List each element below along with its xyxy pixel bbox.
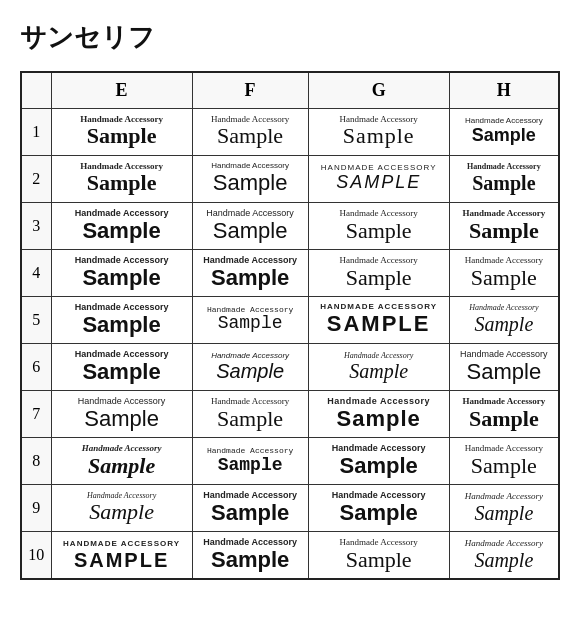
row-num: 4 — [21, 249, 51, 296]
cell-sample: SAMPLE — [74, 549, 169, 571]
cell-e4: Handmade Accessory Sample — [51, 249, 192, 296]
cell-sample: Sample — [217, 124, 283, 148]
cell-e6: Handmade Accessory Sample — [51, 343, 192, 390]
cell-e5: Handmade Accessory Sample — [51, 296, 192, 343]
cell-g10: Handmade Accessory Sample — [308, 532, 449, 580]
cell-h4: Handmade Accessory Sample — [449, 249, 559, 296]
cell-e1: Handmade Accessory Sample — [51, 108, 192, 155]
cell-sample: Sample — [88, 454, 155, 478]
cell-sample: Sample — [471, 266, 537, 290]
cell-sample: Sample — [87, 124, 157, 148]
cell-e3: Handmade Accessory Sample — [51, 202, 192, 249]
cell-sample: Sample — [340, 454, 418, 478]
cell-sample: Sample — [213, 219, 288, 243]
cell-sample: Sample — [467, 360, 542, 384]
cell-f1: Handmade Accessory Sample — [192, 108, 308, 155]
cell-g3: Handmade Accessory Sample — [308, 202, 449, 249]
cell-g1: Handmade Accessory Sample — [308, 108, 449, 155]
cell-g2: HANDMADE ACCESSORY SAMPLE — [308, 155, 449, 202]
col-f-header: F — [192, 72, 308, 108]
row-num: 8 — [21, 438, 51, 485]
cell-sample: Sample — [82, 266, 160, 290]
cell-sample: Sample — [343, 124, 415, 148]
cell-sample: Sample — [82, 360, 160, 384]
table-row: 2 Handmade Accessory Sample Handmade Acc… — [21, 155, 559, 202]
cell-g5: HANDMADE ACCESSORY SAMPLE — [308, 296, 449, 343]
table-row: 9 Handmade Accessory Sample Handmade Acc… — [21, 485, 559, 532]
cell-sample: Sample — [469, 219, 539, 243]
cell-e10: HANDMADE ACCESSORY SAMPLE — [51, 532, 192, 580]
cell-h9: Handmade Accessory Sample — [449, 485, 559, 532]
col-e-header: E — [51, 72, 192, 108]
cell-sample: Sample — [337, 407, 421, 431]
cell-sample: Sample — [89, 500, 154, 524]
cell-h1: Handmade Accessory Sample — [449, 108, 559, 155]
row-num: 6 — [21, 343, 51, 390]
cell-sample: Sample — [216, 360, 284, 382]
font-sample-table: E F G H 1 Handmade Accessory Sample Hand… — [20, 71, 560, 580]
cell-g8: Handmade Accessory Sample — [308, 438, 449, 485]
cell-e9: Handmade Accessory Sample — [51, 485, 192, 532]
cell-sample: Sample — [218, 314, 283, 334]
cell-sample: Sample — [474, 313, 533, 335]
cell-g9: Handmade Accessory Sample — [308, 485, 449, 532]
cell-f2: Handmade Accessory Sample — [192, 155, 308, 202]
row-num: 9 — [21, 485, 51, 532]
cell-sample: Sample — [211, 266, 289, 290]
cell-sample: Sample — [472, 126, 536, 146]
cell-sample: Sample — [84, 407, 159, 431]
cell-sample: Sample — [471, 454, 537, 478]
cell-sample: Sample — [87, 171, 157, 195]
corner-cell — [21, 72, 51, 108]
cell-f6: Handmade Accessory Sample — [192, 343, 308, 390]
row-num: 5 — [21, 296, 51, 343]
row-num: 1 — [21, 108, 51, 155]
page-title: サンセリフ — [20, 20, 563, 55]
cell-g7: Handmade Accessory Sample — [308, 390, 449, 437]
row-num: 7 — [21, 390, 51, 437]
cell-h5: Handmade Accessory Sample — [449, 296, 559, 343]
cell-sample: Sample — [346, 219, 412, 243]
cell-sample: Sample — [340, 501, 418, 525]
cell-e2: Handmade Accessory Sample — [51, 155, 192, 202]
cell-f7: Handmade Accessory Sample — [192, 390, 308, 437]
cell-sample: Sample — [474, 549, 533, 571]
cell-sample: Sample — [218, 456, 283, 476]
table-row: 7 Handmade Accessory Sample Handmade Acc… — [21, 390, 559, 437]
row-num: 3 — [21, 202, 51, 249]
table-row: 8 Handmade Accessory Sample Handmade Acc… — [21, 438, 559, 485]
col-g-header: G — [308, 72, 449, 108]
table-row: 6 Handmade Accessory Sample Handmade Acc… — [21, 343, 559, 390]
cell-sample: Sample — [211, 548, 289, 572]
cell-label: Handmade Accessory — [465, 539, 543, 549]
row-num: 2 — [21, 155, 51, 202]
cell-sample: Sample — [472, 172, 535, 194]
cell-label: Handmade Accessory — [469, 304, 538, 313]
table-row: 4 Handmade Accessory Sample Handmade Acc… — [21, 249, 559, 296]
row-num: 10 — [21, 532, 51, 580]
cell-sample: Sample — [213, 171, 288, 195]
cell-f9: Handmade Accessory Sample — [192, 485, 308, 532]
cell-sample: Sample — [82, 219, 160, 243]
cell-e7: Handmade Accessory Sample — [51, 390, 192, 437]
cell-f10: Handmade Accessory Sample — [192, 532, 308, 580]
cell-label: Handmade Accessory — [465, 492, 543, 502]
cell-h7: Handmade Accessory Sample — [449, 390, 559, 437]
cell-sample: Sample — [349, 360, 408, 382]
cell-sample: Sample — [469, 407, 539, 431]
cell-e8: Handmade Accessory Sample — [51, 438, 192, 485]
cell-sample: SAMPLE — [336, 173, 421, 193]
cell-h6: Handmade Accessory Sample — [449, 343, 559, 390]
table-row: 3 Handmade Accessory Sample Handmade Acc… — [21, 202, 559, 249]
cell-f8: Handmade Accessory Sample — [192, 438, 308, 485]
cell-f3: Handmade Accessory Sample — [192, 202, 308, 249]
cell-h3: Handmade Accessory Sample — [449, 202, 559, 249]
cell-label: Handmade Accessory — [344, 352, 413, 361]
cell-h8: Handmade Accessory Sample — [449, 438, 559, 485]
cell-label: Handmade Accessory — [467, 163, 541, 172]
cell-h2: Handmade Accessory Sample — [449, 155, 559, 202]
cell-g6: Handmade Accessory Sample — [308, 343, 449, 390]
table-row: 10 HANDMADE ACCESSORY SAMPLE Handmade Ac… — [21, 532, 559, 580]
table-row: 1 Handmade Accessory Sample Handmade Acc… — [21, 108, 559, 155]
table-row: 5 Handmade Accessory Sample Handmade Acc… — [21, 296, 559, 343]
